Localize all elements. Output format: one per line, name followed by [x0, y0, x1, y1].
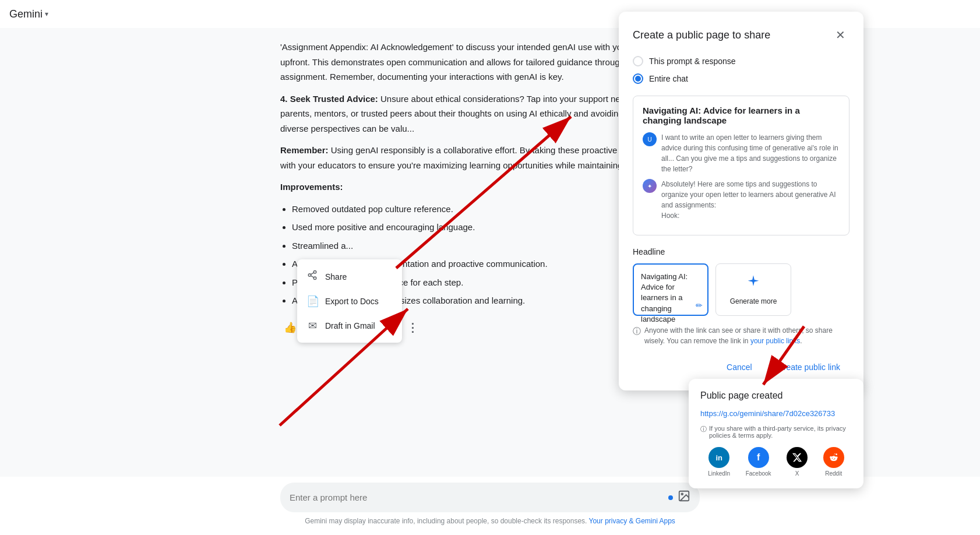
share-menu-item[interactable]: Share: [297, 264, 402, 289]
facebook-share-button[interactable]: f Facebook: [746, 447, 771, 477]
image-upload-button[interactable]: [678, 490, 690, 505]
radio-prompt-label: This prompt & response: [649, 57, 736, 66]
svg-line-10: [311, 276, 313, 277]
generate-more-label: Generate more: [730, 297, 777, 305]
radio-chat-label: Entire chat: [649, 74, 688, 83]
draft-gmail-label: Draft in Gmail: [325, 321, 375, 330]
modal-footer: Cancel Create public link: [633, 358, 849, 376]
public-page-created-title: Public page created: [700, 390, 852, 401]
radio-circle-chat: [633, 73, 643, 84]
user-message-text: I want to write an open letter to learne…: [661, 132, 840, 174]
context-menu: Share 📄 Export to Docs ✉ Draft in Gmail: [297, 259, 402, 343]
share-label: Share: [325, 272, 347, 281]
gemini-preview-message: ✦ Absolutely! Here are some tips and sug…: [643, 179, 840, 221]
app-name: Gemini: [9, 8, 43, 20]
draft-gmail-menu-item[interactable]: ✉ Draft in Gmail: [297, 314, 402, 338]
app-logo[interactable]: Gemini ▾: [9, 8, 48, 20]
prompt-input-wrapper: [280, 483, 700, 512]
x-icon: [787, 447, 808, 468]
footer-disclaimer: Gemini may display inaccurate info, incl…: [305, 517, 675, 525]
x-label: X: [795, 470, 799, 477]
gemini-avatar: ✦: [643, 179, 657, 193]
modal-info-text: ⓘ Anyone with the link can see or share …: [633, 325, 849, 346]
privacy-link[interactable]: Your privacy & Gemini Apps: [589, 517, 675, 525]
mic-active-dot: [668, 495, 673, 500]
radio-inner-dot: [635, 76, 641, 82]
modal-title: Create a public page to share: [633, 29, 770, 41]
headline-card-text: Navigating AI: Advice for learners in a …: [641, 272, 700, 325]
linkedin-share-button[interactable]: in LinkedIn: [708, 447, 730, 477]
reddit-icon: [823, 447, 844, 468]
headline-section-label: Headline: [633, 247, 849, 256]
linkedin-icon: in: [708, 447, 729, 468]
gmail-icon: ✉: [306, 319, 318, 332]
prompt-input[interactable]: [290, 492, 664, 502]
public-links-link[interactable]: your public links: [750, 337, 800, 345]
radio-this-prompt[interactable]: This prompt & response: [633, 56, 849, 66]
x-share-button[interactable]: X: [787, 447, 808, 477]
gemini-message-text: Absolutely! Here are some tips and sugge…: [661, 179, 840, 221]
info-icon: ⓘ: [633, 325, 641, 346]
share-scope-group: This prompt & response Entire chat: [633, 56, 849, 84]
user-preview-message: U I want to write an open letter to lear…: [643, 132, 840, 174]
share-info-text: ⓘ If you share with a third-party servic…: [700, 425, 852, 439]
share-icon: [306, 270, 318, 283]
create-public-page-modal: Create a public page to share ✕ This pro…: [619, 12, 863, 390]
create-public-link-button[interactable]: Create public link: [769, 358, 849, 376]
reddit-label: Reddit: [825, 470, 842, 477]
reddit-share-button[interactable]: Reddit: [823, 447, 844, 477]
generate-more-card[interactable]: Generate more: [715, 263, 791, 316]
radio-circle-prompt: [633, 56, 643, 66]
docs-icon: 📄: [306, 295, 318, 308]
share-info-icon: ⓘ: [700, 425, 707, 439]
export-docs-menu-item[interactable]: 📄 Export to Docs: [297, 289, 402, 314]
export-docs-label: Export to Docs: [325, 297, 379, 306]
modal-header: Create a public page to share ✕: [633, 26, 849, 44]
modal-close-button[interactable]: ✕: [831, 26, 849, 44]
user-avatar: U: [643, 132, 657, 146]
chevron-down-icon: ▾: [45, 10, 48, 18]
generate-star-icon: [745, 274, 762, 294]
public-page-created-modal: Public page created https://g.co/gemini/…: [689, 379, 863, 488]
chat-preview-card: Navigating AI: Advice for learners in a …: [633, 96, 849, 235]
svg-line-11: [311, 273, 313, 274]
public-page-link[interactable]: https://g.co/gemini/share/7d02ce326733: [700, 409, 852, 418]
facebook-icon: f: [748, 447, 769, 468]
social-share-icons: in LinkedIn f Facebook X: [700, 447, 852, 477]
svg-point-6: [681, 493, 683, 495]
chat-preview-title: Navigating AI: Advice for learners in a …: [643, 105, 840, 125]
linkedin-label: LinkedIn: [708, 470, 730, 477]
headline-cards-row: Navigating AI: Advice for learners in a …: [633, 263, 849, 316]
facebook-label: Facebook: [746, 470, 771, 477]
more-options-button[interactable]: ⋮: [403, 318, 422, 337]
headline-selected-card[interactable]: Navigating AI: Advice for learners in a …: [633, 263, 708, 316]
edit-headline-icon[interactable]: ✏: [696, 301, 703, 310]
radio-entire-chat[interactable]: Entire chat: [633, 73, 849, 84]
cancel-button[interactable]: Cancel: [717, 358, 762, 376]
